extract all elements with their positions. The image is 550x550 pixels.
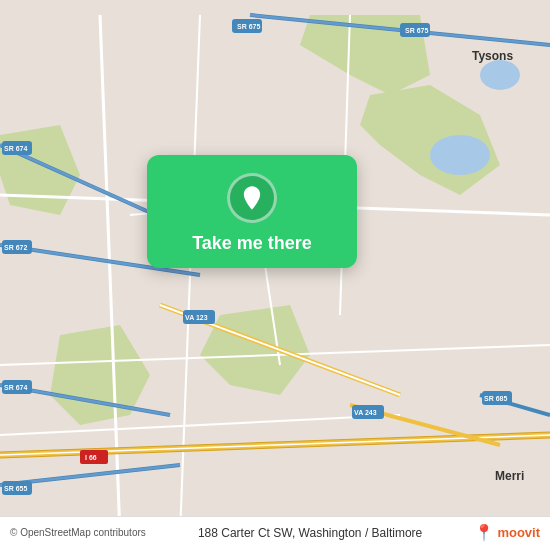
- svg-text:Tysons: Tysons: [472, 49, 513, 63]
- svg-text:SR 655: SR 655: [4, 485, 27, 492]
- svg-text:VA 123: VA 123: [185, 314, 208, 321]
- attribution-text: © OpenStreetMap contributors: [10, 527, 146, 538]
- pin-icon-wrapper: [227, 173, 277, 223]
- svg-text:SR 672: SR 672: [4, 244, 27, 251]
- take-me-there-card[interactable]: Take me there: [147, 155, 357, 268]
- svg-marker-4: [0, 125, 80, 215]
- svg-text:Merri: Merri: [495, 469, 524, 483]
- map-container: SR 675 SR 675 SR 674 SR 674 SR 672 SR 65…: [0, 0, 550, 550]
- moovit-text: moovit: [497, 525, 540, 540]
- svg-text:I 66: I 66: [85, 454, 97, 461]
- svg-text:SR 674: SR 674: [4, 145, 27, 152]
- svg-marker-3: [200, 305, 310, 395]
- take-me-there-label: Take me there: [192, 233, 312, 254]
- moovit-pin-icon: 📍: [474, 523, 494, 542]
- svg-text:SR 675: SR 675: [405, 27, 428, 34]
- address-text: 188 Carter Ct SW, Washington / Baltimore: [146, 526, 475, 540]
- svg-text:SR 674: SR 674: [4, 384, 27, 391]
- bottom-bar: © OpenStreetMap contributors 188 Carter …: [0, 516, 550, 550]
- svg-text:VA 243: VA 243: [354, 409, 377, 416]
- svg-line-12: [0, 415, 400, 435]
- svg-point-6: [480, 60, 520, 90]
- moovit-logo: 📍 moovit: [474, 523, 540, 542]
- svg-text:SR 685: SR 685: [484, 395, 507, 402]
- svg-point-5: [430, 135, 490, 175]
- location-pin-icon: [238, 184, 266, 212]
- map-svg: SR 675 SR 675 SR 674 SR 674 SR 672 SR 65…: [0, 0, 550, 550]
- svg-text:SR 675: SR 675: [237, 23, 260, 30]
